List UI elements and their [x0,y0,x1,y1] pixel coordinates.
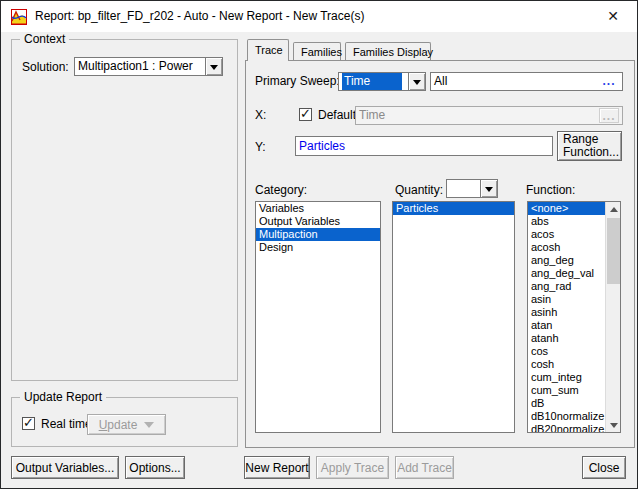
list-item[interactable]: asinh [528,306,605,319]
update-report-group-label: Update Report [20,390,106,404]
list-item[interactable]: acos [528,228,605,241]
function-list[interactable]: <none>absacosacoshang_degang_deg_valang_… [527,201,621,433]
new-report-button[interactable]: New Report [244,456,310,479]
y-axis-label: Y: [255,140,266,154]
ellipsis-button[interactable]: ... [599,74,619,89]
default-label: Default [318,108,356,122]
tab-trace[interactable]: Trace [247,39,289,61]
function-list-scrollbar[interactable] [605,202,620,432]
solution-value: Multipaction1 : Power [78,59,193,73]
options-button[interactable]: Options... [125,456,185,479]
chevron-down-icon [144,422,154,428]
real-time-label: Real time [41,417,92,431]
quantity-list[interactable]: Particles [392,201,515,433]
x-value: Time [359,108,385,122]
report-plot-icon [11,9,27,25]
check-icon: ✓ [23,415,34,430]
list-item[interactable]: Multipaction [256,228,380,241]
sweep-range-value: All [434,74,447,88]
function-label: Function: [526,183,575,197]
list-item[interactable]: cosh [528,358,605,371]
apply-trace-button[interactable]: Apply Trace [316,456,389,479]
check-icon: ✓ [300,106,311,121]
x-axis-label: X: [255,108,266,122]
primary-sweep-dropdown[interactable]: Time [338,72,426,91]
list-item[interactable]: ang_deg [528,254,605,267]
chevron-down-icon[interactable] [205,58,222,75]
context-group: Context Solution: Multipaction1 : Power [11,39,238,381]
category-list[interactable]: VariablesOutput VariablesMultipactionDes… [255,201,381,433]
update-report-group: Update Report ✓ Real time Update [11,397,238,447]
primary-sweep-label: Primary Sweep: [255,74,340,88]
list-item[interactable]: cos [528,345,605,358]
list-item[interactable]: acosh [528,241,605,254]
list-item[interactable]: dB [528,397,605,410]
scroll-up-icon[interactable] [606,202,621,217]
list-item[interactable]: atan [528,319,605,332]
list-item[interactable]: dB20normalize [528,423,605,433]
list-item[interactable]: cum_sum [528,384,605,397]
report-dialog: Report: bp_filter_FD_r202 - Auto - New R… [0,0,638,489]
range-function-line2: Function... [563,146,619,159]
update-button-label: Update [99,418,138,432]
chevron-down-icon[interactable] [480,180,497,197]
list-item[interactable]: dB10normalize [528,410,605,423]
list-item[interactable]: Design [256,241,380,254]
real-time-checkbox[interactable]: ✓ [22,417,35,430]
close-icon[interactable]: ✕ [603,1,623,32]
ellipsis-button-disabled: ... [599,108,619,123]
primary-sweep-value: Time [342,73,402,90]
sweep-range-field[interactable]: All ... [430,72,623,91]
scroll-down-icon[interactable] [606,417,621,432]
list-item[interactable]: atanh [528,332,605,345]
add-trace-button[interactable]: Add Trace [395,456,454,479]
list-item[interactable]: ang_deg_val [528,267,605,280]
solution-dropdown[interactable]: Multipaction1 : Power [74,57,223,76]
list-item[interactable]: Particles [393,202,514,215]
context-group-label: Context [20,32,69,46]
list-item[interactable]: abs [528,215,605,228]
list-item[interactable]: cum_integ [528,371,605,384]
default-checkbox[interactable]: ✓ [299,108,312,121]
window-title: Report: bp_filter_FD_r202 - Auto - New R… [35,1,364,32]
tab-families[interactable]: Families [293,42,341,61]
y-value: Particles [299,139,345,153]
category-label: Category: [255,183,307,197]
list-item[interactable]: ang_rad [528,280,605,293]
list-item[interactable]: asin [528,293,605,306]
output-variables-button[interactable]: Output Variables... [11,456,119,479]
close-button[interactable]: Close [582,456,626,479]
list-item[interactable]: Variables [256,202,380,215]
x-value-field: Time ... [355,106,623,125]
update-button[interactable]: Update [87,414,166,435]
quantity-dropdown[interactable] [446,179,498,198]
solution-label: Solution: [22,60,69,74]
y-value-field[interactable]: Particles [295,136,553,156]
trace-tab-panel: Primary Sweep: Time All ... X: ✓ Default… [245,60,635,448]
quantity-label: Quantity: [395,183,443,197]
range-function-button[interactable]: Range Function... [557,131,622,161]
list-item[interactable]: <none> [528,202,605,215]
chevron-down-icon[interactable] [408,73,425,90]
title-bar: Report: bp_filter_FD_r202 - Auto - New R… [1,1,637,32]
list-item[interactable]: Output Variables [256,215,380,228]
scrollbar-thumb[interactable] [607,218,620,284]
tab-families-display[interactable]: Families Display [345,42,431,61]
